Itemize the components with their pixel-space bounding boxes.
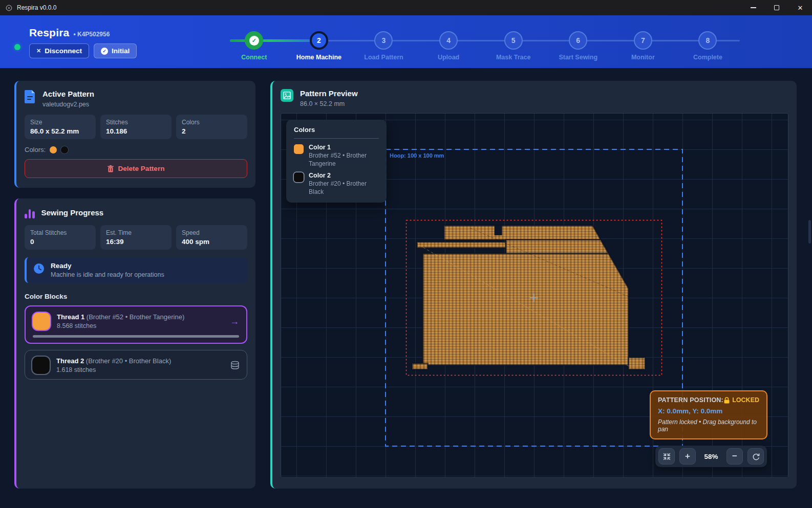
stat-stitches: Stitches 10.186	[100, 115, 172, 139]
initial-button[interactable]: ✓ Initial	[94, 43, 137, 58]
machine-status-box: Ready Machine is idle and ready for oper…	[25, 257, 247, 283]
step-mask-trace[interactable]: 5 Mask Trace	[481, 15, 546, 61]
step-upload[interactable]: 4 Upload	[416, 15, 481, 61]
clock-icon	[33, 263, 45, 274]
window-title: Respira v0.0.0	[17, 4, 56, 11]
minimize-button[interactable]	[741, 0, 765, 15]
window-scrollbar-thumb[interactable]	[808, 220, 811, 244]
thread-1-swatch	[33, 313, 50, 330]
thread-1-progress-bar	[33, 335, 239, 338]
preview-title: Pattern Preview	[300, 89, 358, 98]
delete-pattern-button[interactable]: Delete Pattern	[25, 159, 247, 178]
connection-status-dot	[14, 44, 20, 50]
close-icon: ✕	[798, 5, 803, 11]
stat-colors: Colors 2	[176, 115, 247, 139]
pattern-position-label: PATTERN POSITION:	[658, 396, 723, 404]
thread-2-swatch	[32, 357, 50, 374]
maximize-button[interactable]	[765, 0, 788, 15]
step-start-sewing[interactable]: 6 Start Sewing	[546, 15, 611, 61]
app-icon	[5, 4, 13, 12]
pattern-position-overlay: PATTERN POSITION: LOCKED X: 0.0mm, Y: 0.…	[650, 390, 767, 439]
step-done-check-icon: ✓	[249, 36, 259, 46]
pattern-preview-card: Pattern Preview 86.0 × 52.2 mm Hoop: 100…	[270, 81, 797, 489]
stat-est-time: Est. Time 16:39	[100, 225, 172, 250]
initial-label: Initial	[112, 47, 130, 55]
step-connect-circle[interactable]: ✓	[245, 31, 263, 50]
colors-label: Colors:	[25, 146, 46, 153]
color-swatch-1	[50, 146, 57, 153]
image-icon	[281, 89, 293, 102]
zoom-level: 58%	[700, 453, 722, 460]
titlebar: Respira v0.0.0 ✕	[0, 0, 812, 15]
lock-status: LOCKED	[724, 396, 759, 404]
app-name: Respira	[29, 27, 69, 39]
stat-size: Size 86.0 x 52.2 mm	[25, 115, 96, 139]
hoop-label: Hoop: 100 x 100 mm	[390, 152, 444, 159]
disconnect-button[interactable]: ✕ Disconnect	[29, 43, 89, 58]
active-pattern-card: Active Pattern valetudogv2.pes Size 86.0…	[14, 81, 255, 188]
zoom-in-button[interactable]: +	[679, 448, 696, 465]
legend-entry-color1: Color 1 Brother #52 • Brother Tangerine	[294, 144, 379, 168]
legend-swatch-2	[294, 172, 304, 182]
trash-icon	[108, 165, 114, 172]
plus-icon: +	[685, 451, 690, 461]
pattern-position-hint: Pattern locked • Drag background to pan	[658, 418, 759, 433]
stat-total-stitches: Total Stitches 0	[25, 225, 96, 250]
reset-view-icon	[752, 453, 760, 460]
disconnect-label: Disconnect	[45, 47, 82, 55]
sewing-progress-title: Sewing Progress	[41, 208, 104, 217]
fit-view-icon	[663, 453, 671, 460]
colors-legend: Colors Color 1 Brother #52 • Brother Tan…	[286, 120, 387, 203]
zoom-toolbar: + 58% −	[655, 446, 767, 467]
color-swatch-2	[61, 146, 68, 153]
disconnect-x-icon: ✕	[36, 48, 41, 54]
fit-view-button[interactable]	[658, 448, 675, 465]
sewing-progress-card: Sewing Progress Total Stitches 0 Est. Ti…	[14, 198, 255, 489]
queue-stack-icon	[230, 361, 240, 370]
pattern-coordinates: X: 0.0mm, Y: 0.0mm	[658, 407, 759, 415]
step-home-machine-circle[interactable]: 2	[310, 31, 328, 50]
bar-chart-icon	[25, 208, 35, 218]
zoom-out-button[interactable]: −	[726, 448, 743, 465]
app-window: Respira v0.0.0 ✕ Respira • K4P502956 ✕ D…	[0, 0, 812, 508]
machine-serial: • K4P502956	[73, 31, 110, 38]
close-button[interactable]: ✕	[788, 0, 812, 15]
active-pattern-title: Active Pattern	[42, 90, 94, 98]
status-title: Ready	[51, 262, 164, 270]
step-complete[interactable]: 8 Complete	[675, 15, 740, 61]
workflow-stepper: ✓ Connect 2 Home Machine 3 Load Pattern …	[222, 15, 740, 68]
brand-block: Respira • K4P502956 ✕ Disconnect ✓ Initi…	[14, 27, 137, 58]
step-connect[interactable]: ✓ Connect	[222, 15, 287, 61]
step-monitor[interactable]: 7 Monitor	[611, 15, 676, 61]
delete-pattern-label: Delete Pattern	[118, 165, 165, 172]
thread-1-row[interactable]: Thread 1 (Brother #52 • Brother Tangerin…	[25, 305, 247, 344]
check-circle-icon: ✓	[101, 48, 108, 55]
legend-swatch-1	[294, 144, 304, 154]
preview-canvas-area[interactable]: Hoop: 100 x 100 mm Colors Color 1 Brothe…	[281, 113, 788, 478]
app-header: Respira • K4P502956 ✕ Disconnect ✓ Initi…	[0, 15, 812, 68]
maximize-icon	[774, 5, 779, 10]
step-home-machine[interactable]: 2 Home Machine	[287, 15, 352, 61]
pattern-filename: valetudogv2.pes	[42, 101, 94, 108]
preview-dimensions: 86.0 × 52.2 mm	[300, 100, 358, 107]
reset-view-button[interactable]	[747, 448, 764, 465]
step-load-pattern[interactable]: 3 Load Pattern	[351, 15, 416, 61]
thread-1-arrow-icon: →	[230, 316, 239, 327]
color-blocks-label: Color Blocks	[25, 293, 247, 300]
stat-speed: Speed 400 spm	[176, 225, 247, 250]
minus-icon: −	[732, 451, 737, 461]
status-description: Machine is idle and ready for operations	[51, 271, 164, 278]
legend-entry-color2: Color 2 Brother #20 • Brother Black	[294, 172, 379, 196]
file-icon	[25, 90, 36, 103]
minimize-icon	[751, 7, 756, 8]
lock-icon	[724, 397, 730, 404]
thread-2-row[interactable]: Thread 2 (Brother #20 • Brother Black) 1…	[25, 350, 247, 380]
